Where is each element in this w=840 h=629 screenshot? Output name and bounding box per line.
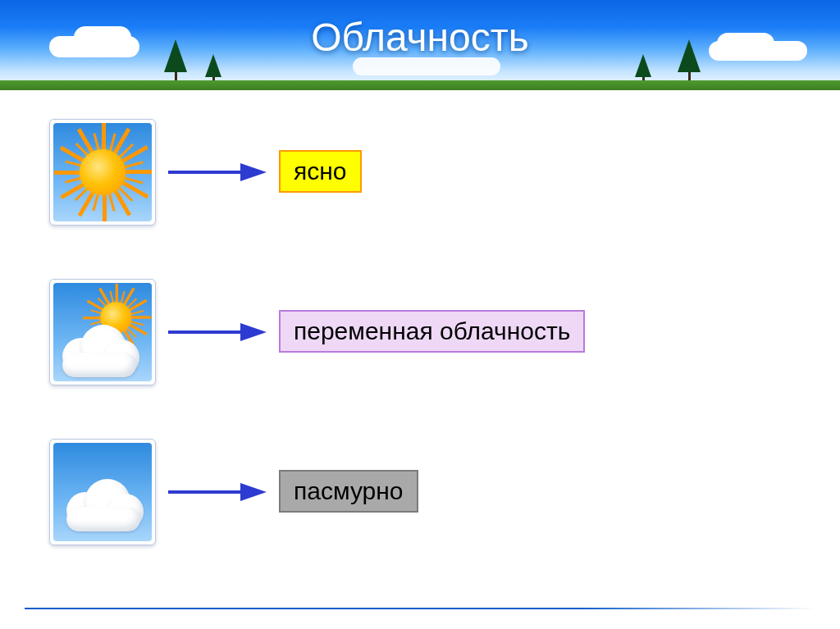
arrow-icon bbox=[168, 328, 267, 336]
weather-icon-box bbox=[49, 119, 156, 226]
footer-divider bbox=[25, 608, 815, 609]
content-area: ясно переменная облачность bbox=[33, 111, 807, 604]
row-clear: ясно bbox=[33, 111, 807, 242]
label-overcast: пасмурно bbox=[279, 470, 418, 513]
row-overcast: пасмурно bbox=[33, 431, 807, 562]
label-clear: ясно bbox=[279, 150, 362, 193]
weather-icon-box bbox=[49, 439, 156, 545]
arrow-icon bbox=[168, 168, 267, 176]
sun-cloud-icon bbox=[53, 283, 152, 381]
slide-title: Облачность bbox=[0, 15, 840, 60]
sun-icon bbox=[53, 123, 152, 221]
row-partly-cloudy: переменная облачность bbox=[33, 271, 807, 402]
header-ground bbox=[0, 80, 840, 90]
label-partly-cloudy: переменная облачность bbox=[279, 310, 585, 353]
arrow-icon bbox=[168, 488, 267, 496]
cloud-icon bbox=[53, 443, 152, 541]
header-sky: Облачность bbox=[0, 0, 840, 90]
weather-icon-box bbox=[49, 279, 156, 385]
header-cloud bbox=[353, 57, 500, 75]
slide: Облачность ясно bbox=[0, 0, 840, 629]
